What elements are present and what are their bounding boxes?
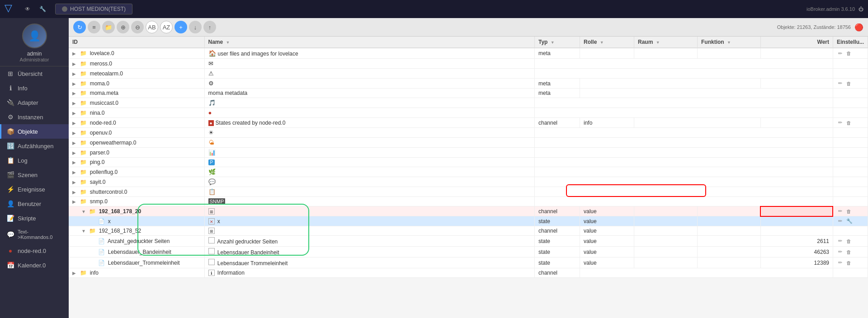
expand-btn[interactable]: ▶ — [72, 111, 78, 116]
cell-empty — [534, 187, 833, 197]
delete-btn[interactable]: 🗑 — [845, 80, 853, 87]
expand-btn[interactable]: ▶ — [72, 150, 78, 155]
cell-rolle: value — [580, 247, 634, 257]
expand-btn[interactable]: ▶ — [72, 190, 78, 195]
cell-name: ● — [204, 108, 534, 118]
folder-button[interactable]: 📁 — [102, 21, 115, 33]
edit-btn[interactable]: ✏ — [837, 259, 844, 266]
wrench-btn[interactable]: 🔧 — [845, 218, 854, 224]
sidebar-item-text-kommandos[interactable]: 💬 Text->Kommandos.0 — [0, 225, 69, 243]
cell-id: ▶ 📄 x — [69, 216, 204, 226]
cell-typ: channel — [534, 118, 580, 128]
cell-id: ▶ 📄 Lebensdauer_Trommeleinheit — [69, 257, 204, 268]
cell-id: ▶ 📁 node-red.0 — [69, 118, 204, 128]
cell-funktion — [697, 206, 760, 216]
export-button[interactable]: ↑ — [203, 21, 216, 33]
table-row: ▶ 📁 shuttercontrol.0 📋 — [69, 187, 868, 197]
sidebar-label-aufzahlungen: Aufzählungen — [18, 143, 54, 150]
toolbar: ↻ ≡ 📁 ⊕ ⊖ AB AZ + ↓ ↑ Objekte: 21263, Zu… — [69, 18, 868, 37]
expand-btn[interactable]: ▶ — [72, 271, 78, 276]
add-button[interactable]: + — [175, 21, 187, 33]
cell-funktion — [697, 236, 760, 247]
sidebar-item-adapter[interactable]: 🔌 Adapter — [0, 95, 69, 110]
expand-btn[interactable]: ▶ — [72, 91, 78, 96]
delete-btn[interactable]: 🗑 — [845, 238, 853, 244]
sidebar-item-log[interactable]: 📋 Log — [0, 153, 69, 168]
expand-btn[interactable]: ▼ — [81, 229, 87, 234]
cell-wert — [760, 206, 833, 216]
table-row-anzahl: ▶ 📄 Anzahl_gedruckter Seiten Anzahl gedr… — [69, 236, 868, 247]
sidebar-item-node-red[interactable]: ● node-red.0 — [0, 243, 69, 258]
delete-btn[interactable]: 🗑 — [845, 120, 853, 126]
sidebar-role: Administrator — [20, 57, 49, 62]
expand-btn[interactable]: ▶ — [72, 199, 78, 204]
import-button[interactable]: ↓ — [189, 21, 202, 33]
expand-btn[interactable]: ▶ — [72, 180, 78, 185]
sidebar-item-instanzen[interactable]: ⚙ Instanzen — [0, 110, 69, 124]
expand-btn[interactable]: ▶ — [72, 51, 78, 56]
list-view-button[interactable]: ≡ — [88, 21, 100, 33]
sidebar-item-info[interactable]: ℹ Info — [0, 81, 69, 95]
sidebar-item-skripte[interactable]: 📝 Skripte — [0, 211, 69, 225]
cell-id: ▶ 📁 parser.0 — [69, 148, 204, 158]
cell-empty — [534, 59, 833, 69]
sidebar-item-benutzer[interactable]: 👤 Benutzer — [0, 196, 69, 211]
cell-empty — [534, 158, 833, 167]
remove-circle-button[interactable]: ⊖ — [131, 21, 144, 33]
app-logo[interactable]: ▽ — [5, 2, 18, 16]
edit-btn[interactable]: ✏ — [837, 50, 844, 57]
edit-btn[interactable]: ✏ — [837, 238, 844, 244]
nav-settings[interactable]: 🔧 — [39, 6, 46, 12]
sidebar-item-ereignisse[interactable]: ⚡ Ereignisse — [0, 182, 69, 196]
ab-button[interactable]: AB — [146, 21, 158, 33]
cell-typ: channel — [534, 206, 580, 216]
file-icon: 📄 — [98, 260, 105, 266]
cell-name: ⊞ — [204, 226, 534, 236]
az-button[interactable]: AZ — [160, 21, 173, 33]
expand-btn[interactable]: ▶ — [72, 140, 78, 145]
host-label: HOST MEDION(TEST) — [70, 6, 126, 12]
expand-btn[interactable]: ▶ — [72, 81, 78, 86]
plug-icon: 🔌 — [7, 99, 14, 106]
cell-actions — [833, 268, 868, 278]
sidebar-item-szenen[interactable]: 🎬 Szenen — [0, 168, 69, 182]
expand-btn[interactable]: ▼ — [81, 209, 87, 214]
cell-name: 🌿 — [204, 167, 534, 177]
edit-btn[interactable]: ✏ — [837, 218, 844, 224]
cell-name: 📋 — [204, 187, 534, 197]
expand-btn[interactable]: ▶ — [72, 101, 78, 106]
host-selector[interactable]: HOST MEDION(TEST) — [55, 4, 132, 14]
expand-btn[interactable]: ▶ — [72, 61, 78, 66]
edit-btn[interactable]: ✏ — [837, 119, 844, 126]
edit-btn[interactable]: ✏ — [837, 80, 844, 87]
cell-typ: state — [534, 247, 580, 257]
edit-btn[interactable]: ✏ — [837, 208, 844, 215]
cell-name: ☀ — [204, 128, 534, 138]
sidebar-label-ereignisse: Ereignisse — [18, 186, 45, 193]
delete-btn[interactable]: 🗑 — [845, 50, 853, 56]
power-icon[interactable]: ⏻ — [859, 6, 863, 12]
cell-id: ▶ 📁 openuv.0 — [69, 128, 204, 138]
add-circle-button[interactable]: ⊕ — [117, 21, 129, 33]
delete-btn[interactable]: 🗑 — [845, 208, 853, 215]
folder-icon: 📁 — [80, 120, 87, 126]
sidebar-item-objekte[interactable]: 📦 Objekte — [0, 124, 69, 139]
sidebar-item-ubersicht[interactable]: ⊞ Übersicht — [0, 66, 69, 81]
sidebar-item-kalender[interactable]: 📅 Kalender.0 — [0, 258, 69, 272]
sidebar-label-benutzer: Benutzer — [18, 201, 41, 207]
edit-btn[interactable]: ✏ — [837, 248, 844, 255]
delete-btn[interactable]: 🗑 — [845, 260, 853, 266]
sidebar-item-aufzahlungen[interactable]: 🔢 Aufzählungen — [0, 139, 69, 153]
nav-eye[interactable]: 👁 — [25, 6, 30, 12]
delete-btn[interactable]: 🗑 — [845, 249, 853, 255]
expand-btn[interactable]: ▶ — [72, 131, 78, 136]
expand-btn[interactable]: ▶ — [72, 71, 78, 76]
refresh-button[interactable]: ↻ — [73, 21, 86, 33]
expand-btn[interactable]: ▶ — [72, 160, 78, 165]
folder-icon: 📁 — [89, 208, 96, 215]
expand-btn[interactable]: ▶ — [72, 170, 78, 175]
file-icon: 📄 — [98, 249, 105, 255]
expand-btn[interactable]: ▶ — [72, 121, 78, 126]
cell-name: 🎵 — [204, 98, 534, 108]
cell-id: ▶ 📄 Lebensdauer_Bandeinheit — [69, 247, 204, 257]
